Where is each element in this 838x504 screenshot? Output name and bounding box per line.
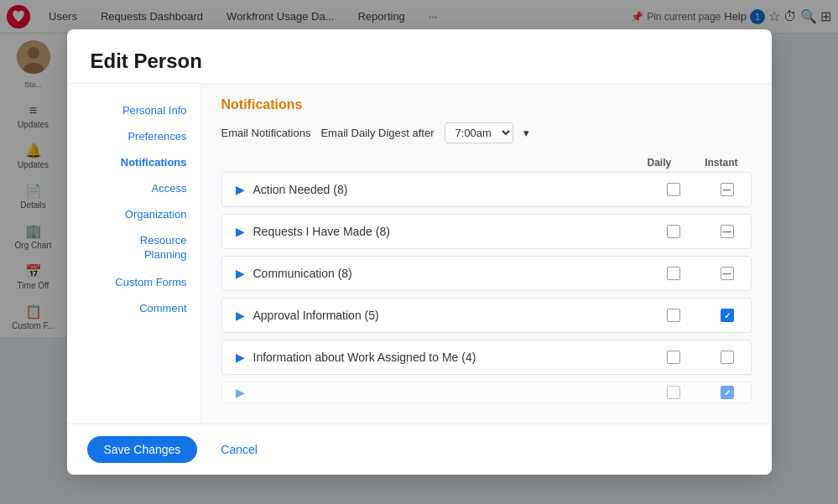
notif-row-partial: ▶ [221, 382, 752, 403]
expand-requests-icon[interactable]: ▶ [236, 225, 245, 238]
digest-chevron-icon: ▾ [523, 127, 529, 139]
col-daily-label: Daily [647, 157, 671, 169]
email-notifications-label: Email Notifications [221, 127, 311, 139]
notifications-section-title: Notifications [221, 97, 752, 112]
modal-body: Personal Info Preferences Notifications … [67, 84, 772, 423]
partial-daily-checkbox[interactable] [667, 386, 680, 399]
modal-nav-access[interactable]: Access [67, 175, 200, 201]
work-assigned-checkboxes [664, 351, 737, 364]
approval-instant-checkbox[interactable] [721, 309, 734, 322]
modal-nav-comment[interactable]: Comment [67, 295, 200, 321]
modal-title: Edit Person [91, 49, 748, 73]
partial-checkboxes [664, 386, 737, 399]
notif-row-action-needed: ▶ Action Needed (8) [221, 172, 752, 207]
approval-label: Approval Information (5) [253, 309, 664, 322]
communication-daily-checkbox[interactable] [667, 267, 680, 280]
digest-label: Email Daily Digest after [320, 127, 434, 139]
approval-daily-checkbox[interactable] [667, 309, 680, 322]
expand-communication-icon[interactable]: ▶ [236, 267, 245, 280]
edit-person-modal: Edit Person Personal Info Preferences No… [67, 29, 772, 475]
modal-footer: Save Changes Cancel [67, 423, 772, 475]
work-assigned-instant-checkbox[interactable] [721, 351, 734, 364]
modal-nav: Personal Info Preferences Notifications … [67, 84, 201, 423]
approval-checkboxes [664, 309, 737, 322]
modal-nav-organization[interactable]: Organization [67, 201, 200, 227]
expand-work-assigned-icon[interactable]: ▶ [236, 351, 245, 364]
modal-nav-notifications[interactable]: Notifications [67, 149, 200, 175]
modal-header: Edit Person [67, 29, 772, 84]
partial-instant-checkbox[interactable] [721, 386, 734, 399]
requests-label: Requests I Have Made (8) [253, 225, 664, 238]
notif-table-header: Daily Instant [221, 157, 752, 172]
communication-label: Communication (8) [253, 267, 664, 280]
digest-time-select[interactable]: 7:00am [445, 122, 513, 143]
save-changes-button[interactable]: Save Changes [87, 436, 198, 463]
expand-approval-icon[interactable]: ▶ [236, 309, 245, 322]
expand-partial-icon[interactable]: ▶ [236, 386, 245, 399]
notifications-content: Notifications Email Notifications Email … [201, 84, 772, 423]
modal-nav-personal-info[interactable]: Personal Info [67, 97, 200, 123]
cancel-button[interactable]: Cancel [207, 436, 271, 463]
requests-daily-checkbox[interactable] [667, 225, 680, 238]
modal-nav-custom-forms[interactable]: Custom Forms [67, 269, 200, 295]
email-notifications-row: Email Notifications Email Daily Digest a… [221, 122, 752, 143]
action-needed-label: Action Needed (8) [253, 183, 664, 196]
col-instant-label: Instant [705, 157, 737, 169]
requests-instant-checkbox[interactable] [721, 225, 734, 238]
modal-overlay[interactable]: Edit Person Personal Info Preferences No… [0, 0, 838, 504]
notif-row-requests: ▶ Requests I Have Made (8) [221, 214, 752, 249]
communication-checkboxes [664, 267, 737, 280]
work-assigned-label: Information about Work Assigned to Me (4… [253, 351, 664, 364]
modal-nav-resource-planning[interactable]: ResourcePlanning [67, 227, 200, 269]
communication-instant-checkbox[interactable] [721, 267, 734, 280]
work-assigned-daily-checkbox[interactable] [667, 351, 680, 364]
requests-checkboxes [664, 225, 737, 238]
action-needed-instant-checkbox[interactable] [721, 183, 734, 196]
notif-row-approval: ▶ Approval Information (5) [221, 298, 752, 333]
notif-row-work-assigned: ▶ Information about Work Assigned to Me … [221, 340, 752, 375]
expand-action-needed-icon[interactable]: ▶ [236, 183, 245, 196]
action-needed-checkboxes [664, 183, 737, 196]
action-needed-daily-checkbox[interactable] [667, 183, 680, 196]
modal-nav-preferences[interactable]: Preferences [67, 123, 200, 149]
notif-row-communication: ▶ Communication (8) [221, 256, 752, 291]
